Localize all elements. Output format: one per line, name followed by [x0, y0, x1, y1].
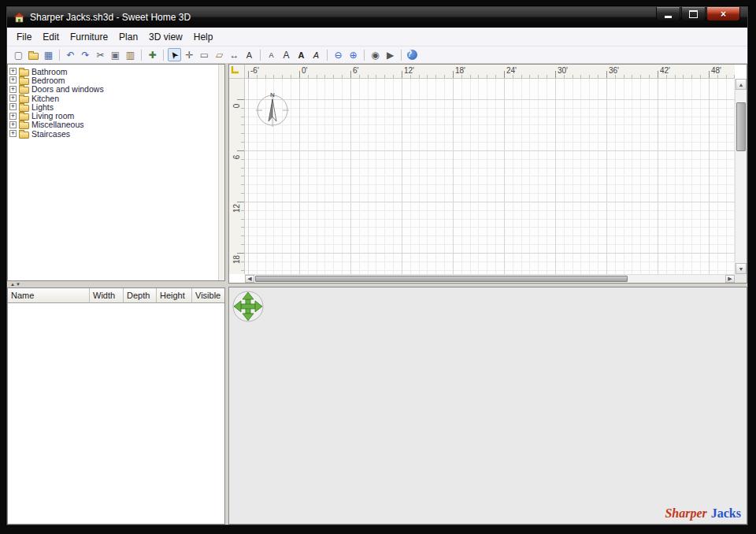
ruler-corner-icon [229, 65, 240, 76]
cut-icon[interactable]: ✂ [94, 48, 107, 61]
catalog-scrollbar[interactable] [218, 65, 224, 280]
3d-navigation-icon[interactable] [232, 290, 265, 323]
compass-icon[interactable]: N [255, 90, 290, 128]
create-dimensions-icon[interactable]: ↔ [228, 48, 241, 61]
folder-icon [19, 122, 29, 129]
h-ruler-label: 36' [609, 66, 619, 75]
title-bar[interactable]: Sharper Jacks.sh3d - Sweet Home 3D × [7, 7, 747, 28]
maximize-button[interactable] [681, 7, 706, 21]
menu-3d-view[interactable]: 3D view [143, 29, 188, 45]
horizontal-scroll-thumb[interactable] [255, 276, 628, 282]
expand-icon[interactable]: + [9, 86, 17, 93]
h-ruler-label: 0' [302, 66, 307, 75]
menu-furniture[interactable]: Furniture [65, 29, 113, 45]
menu-plan[interactable]: Plan [113, 29, 143, 45]
plan-horizontal-scrollbar[interactable]: ◀ ▶ [245, 274, 735, 283]
add-furniture-icon-glyph: ✚ [148, 50, 156, 61]
increase-text-size-icon-glyph: A [283, 50, 289, 61]
add-text-icon[interactable]: A [243, 48, 256, 61]
catalog-category-miscellaneous[interactable]: +Miscellaneous [9, 121, 217, 129]
scroll-down-icon[interactable]: ▼ [736, 263, 747, 274]
expand-icon[interactable]: + [9, 76, 17, 83]
column-header-name[interactable]: Name [8, 288, 90, 303]
zoom-out-icon[interactable]: ⊖ [332, 48, 345, 61]
decrease-text-size-icon[interactable]: A [265, 48, 278, 61]
vertical-scroll-thumb[interactable] [736, 102, 746, 151]
create-walls-icon-glyph: ▭ [200, 50, 209, 61]
open-icon[interactable] [27, 48, 40, 61]
bold-icon[interactable]: A [295, 48, 308, 61]
expand-icon[interactable]: + [9, 130, 17, 137]
scroll-right-icon[interactable]: ▶ [725, 275, 735, 283]
increase-text-size-icon[interactable]: A [280, 48, 293, 61]
column-header-height[interactable]: Height [157, 288, 192, 303]
ruler-corner [229, 65, 245, 79]
v-ruler-label: 18 [232, 253, 241, 267]
close-button[interactable]: × [706, 7, 740, 21]
help-icon[interactable]: ? [406, 48, 419, 61]
h-ruler-label: 6' [353, 66, 358, 75]
furniture-list-panel[interactable]: NameWidthDepthHeightVisible [7, 287, 225, 525]
create-photo-icon[interactable]: ◉ [369, 48, 382, 61]
expand-icon[interactable]: + [9, 95, 17, 102]
splitter-arrows-icon[interactable]: ▲▼ [10, 281, 21, 287]
copy-icon-glyph: ▣ [111, 50, 120, 61]
column-header-width[interactable]: Width [90, 288, 124, 303]
column-header-visible[interactable]: Visible [192, 288, 224, 303]
vertical-ruler: 061218 [229, 79, 245, 274]
expand-icon[interactable]: + [9, 68, 17, 75]
plan-vertical-scrollbar[interactable]: ▲ ▼ [735, 79, 747, 274]
redo-icon-glyph: ↷ [81, 50, 89, 61]
catalog-category-lights[interactable]: +Lights [9, 102, 217, 111]
create-walls-icon[interactable]: ▭ [198, 48, 211, 61]
catalog-category-doors-and-windows[interactable]: +Doors and windows [9, 85, 217, 94]
italic-icon[interactable]: A [309, 48, 323, 61]
folder-glyph [28, 53, 39, 60]
toolbar-separator [260, 50, 261, 61]
paste-icon[interactable]: ▥ [124, 48, 137, 61]
minimize-button[interactable] [656, 7, 680, 21]
create-video-icon[interactable]: ▶ [384, 48, 397, 61]
scroll-up-icon[interactable]: ▲ [736, 79, 747, 90]
app-window: Sharper Jacks.sh3d - Sweet Home 3D × Fil… [6, 6, 748, 525]
window-controls: × [656, 7, 740, 21]
create-rooms-icon[interactable]: ▱ [213, 48, 226, 61]
h-ruler-label: -6' [250, 66, 259, 75]
toolbar-separator [59, 50, 60, 61]
catalog-category-kitchen[interactable]: +Kitchen [9, 94, 217, 102]
folder-icon [19, 69, 29, 76]
catalog-category-bathroom[interactable]: +Bathroom [9, 67, 217, 76]
expand-icon[interactable]: + [9, 103, 17, 110]
copy-icon[interactable]: ▣ [109, 48, 122, 61]
scroll-left-icon[interactable]: ◀ [245, 275, 254, 283]
h-ruler-label: 42' [660, 66, 670, 75]
undo-icon[interactable]: ↶ [64, 48, 77, 61]
select-tool-icon[interactable]: ➤ [168, 48, 181, 61]
category-label: Doors and windows [32, 84, 104, 94]
save-icon[interactable]: ▦ [42, 48, 55, 61]
menu-help[interactable]: Help [188, 29, 219, 45]
plan-canvas[interactable]: N [245, 79, 735, 274]
toolbar-separator [141, 50, 142, 61]
catalog-category-living-room[interactable]: +Living room [9, 111, 217, 120]
v-ruler-label: 12 [232, 202, 241, 216]
h-ruler-label: 30' [558, 66, 568, 75]
new-file-icon[interactable]: ▢ [12, 48, 25, 61]
expand-icon[interactable]: + [9, 121, 17, 128]
column-header-depth[interactable]: Depth [124, 288, 157, 303]
menu-file[interactable]: File [11, 29, 37, 45]
expand-icon[interactable]: + [9, 113, 17, 120]
pan-tool-icon[interactable]: ✛ [183, 48, 196, 61]
zoom-in-icon[interactable]: ⊕ [346, 48, 360, 61]
menu-edit[interactable]: Edit [37, 29, 65, 45]
scrollbar-corner [735, 274, 747, 283]
redo-icon[interactable]: ↷ [79, 48, 92, 61]
add-furniture-icon[interactable]: ✚ [146, 48, 159, 61]
catalog-category-bedroom[interactable]: +Bedroom [9, 76, 217, 84]
window-title: Sharper Jacks.sh3d - Sweet Home 3D [30, 12, 191, 23]
catalog-category-staircases[interactable]: +Staircases [9, 129, 217, 138]
new-file-icon-glyph: ▢ [14, 50, 23, 61]
view-3d-panel[interactable]: SharperJacks [228, 287, 747, 525]
catalog-list-splitter[interactable]: ▲▼ [7, 281, 225, 287]
furniture-catalog-panel[interactable]: +Bathroom+Bedroom+Doors and windows+Kitc… [7, 64, 225, 281]
